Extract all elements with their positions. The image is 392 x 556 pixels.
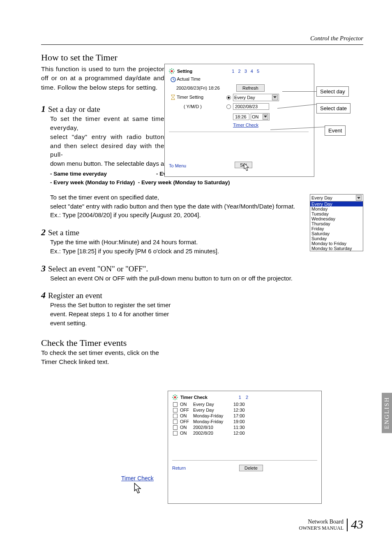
day-select[interactable]: Every Day (233, 94, 279, 101)
chevron-down-icon[interactable] (272, 95, 278, 100)
callout-event: Event (325, 125, 346, 136)
gear-icon (169, 68, 175, 74)
radio-day[interactable] (226, 95, 231, 100)
check-events-body: To check the set timer events, click on … (41, 348, 164, 367)
event-select[interactable]: ON (251, 113, 270, 120)
chevron-down-icon[interactable] (356, 195, 362, 201)
step-2-body: Type the time with (Hour:Minute) and 24 … (50, 239, 198, 246)
step-4-body: Press the Set button to register the set… (50, 301, 171, 327)
actual-time-label: Actual Time (177, 76, 200, 81)
setting-title: Setting (177, 69, 192, 74)
header-section-label: Control the Projector (41, 35, 363, 45)
step-1-title: Set a day or date (48, 105, 100, 114)
row-checkbox[interactable] (173, 414, 178, 418)
svg-point-2 (174, 396, 176, 398)
timer-check-link-sample[interactable]: Timer Check (121, 475, 154, 482)
days-opt[interactable]: Tuesday (310, 211, 363, 216)
title-check-events: Check the Timer events (41, 338, 363, 348)
delete-button[interactable]: Delete (239, 465, 263, 471)
table-row: OFFEvery Day12:30 (172, 408, 317, 412)
days-opt[interactable]: Monday to Friday (310, 241, 363, 246)
table-row: OFFMonday-Friday19:00 (172, 419, 317, 424)
figure-timer-check-panel: Timer Check 1 2 ONEvery Day10:30 OFFEver… (168, 391, 322, 504)
days-opt[interactable]: Sunday (310, 236, 363, 241)
timer-check-title: Timer Check (180, 395, 208, 400)
step-1-body1a: select "day" entry with radio button and… (50, 133, 164, 158)
intro-text: This function is used to turn the projec… (41, 65, 164, 92)
cursor-icon (131, 492, 144, 499)
hourglass-icon (171, 95, 175, 100)
footer-line2: OWNER'S MANUAL (299, 525, 344, 531)
step-3-body: Select an event ON or OFF with the pull-… (50, 274, 363, 283)
days-opt[interactable]: Saturday (310, 231, 363, 236)
days-dropdown-selected[interactable]: Every Day (310, 202, 363, 206)
refresh-button[interactable]: Refresh (236, 84, 265, 92)
table-row: ONMonday-Friday17:00 (172, 413, 317, 418)
to-menu-link[interactable]: To Menu (169, 163, 186, 168)
step-4-number: 4 (41, 290, 46, 300)
actual-time-value: 2002/08/23(Fri) 18:26 (169, 86, 226, 90)
step-1-ex1: Ex.: Type [2004/08/20] if you specify [A… (50, 211, 201, 218)
clock-icon (171, 77, 176, 82)
title-how-to-set-timer: How to set the Timer (41, 52, 363, 63)
step-3-title: Select an event "ON" or "OFF". (48, 264, 148, 273)
callout-select-date: Select date (316, 103, 350, 114)
days-opt[interactable]: Thursday (310, 221, 363, 226)
step-1-dash3: - Every week (Monday to Friday) (50, 179, 135, 185)
timer-check-pages[interactable]: 1 2 (239, 395, 250, 400)
figure-setting-panel: Setting 1 2 3 4 5 Actual Time 2002/08/23… (164, 64, 351, 183)
days-opt[interactable]: Monday to Saturday (310, 246, 363, 251)
days-opt[interactable]: Monday (310, 206, 363, 211)
step-2-title: Set a time (48, 228, 79, 237)
figure-timer-check-cursor: Timer Check (121, 475, 154, 499)
language-tab: ENGLISH (382, 393, 392, 433)
callout-select-day: Select day (316, 86, 349, 97)
setting-page-numbers[interactable]: 1 2 3 4 5 (232, 69, 261, 74)
row-checkbox[interactable] (173, 419, 178, 424)
radio-date[interactable] (226, 104, 231, 109)
step-1-number: 1 (41, 104, 46, 114)
row-checkbox[interactable] (173, 425, 178, 430)
step-4-title: Register an event (48, 291, 102, 300)
time-input[interactable]: 18:26 (233, 114, 249, 120)
days-opt[interactable]: Wednesday (310, 216, 363, 221)
gear-icon (172, 394, 178, 400)
svg-point-0 (171, 70, 173, 72)
row-checkbox[interactable] (173, 402, 178, 407)
timer-check-link[interactable]: Timer Check (233, 123, 258, 127)
table-row: ONEvery Day10:30 (172, 402, 317, 407)
days-opt[interactable]: Friday (310, 226, 363, 231)
row-checkbox[interactable] (173, 408, 178, 412)
page-number: 43 (351, 517, 363, 531)
chevron-down-icon[interactable] (263, 114, 268, 120)
step-2-ex: Ex.: Type [18:25] if you specify [PM 6 o… (50, 248, 219, 255)
table-row: ON2002/8/1011:30 (172, 425, 317, 430)
table-row: ON2002/8/2012:00 (172, 431, 317, 436)
return-link[interactable]: Return (172, 466, 186, 470)
step-1-sub2: To set the timer event on specified date… (50, 194, 159, 201)
timer-setting-label: Timer Setting (177, 95, 203, 100)
step-1-dash1: - Same time everyday (50, 171, 107, 177)
ymd-label: ( Y/M/D ) (169, 104, 226, 109)
footer-line1: Network Board (299, 519, 344, 525)
cursor-icon (241, 162, 251, 175)
days-dropdown-head[interactable]: Every Day (310, 195, 363, 202)
row-checkbox[interactable] (173, 431, 178, 436)
step-1-body2: select "date" entry with radio button an… (50, 203, 295, 210)
figure-days-dropdown: Every Day Every Day Monday Tuesday Wedne… (310, 194, 363, 251)
footer: Network Board OWNER'S MANUAL 43 (299, 517, 364, 531)
date-input[interactable]: 2002/08/23 (233, 103, 269, 110)
step-1-sub1: To set the timer event at same time ever… (50, 115, 164, 131)
step-3-number: 3 (41, 263, 46, 273)
step-2-number: 2 (41, 227, 46, 237)
